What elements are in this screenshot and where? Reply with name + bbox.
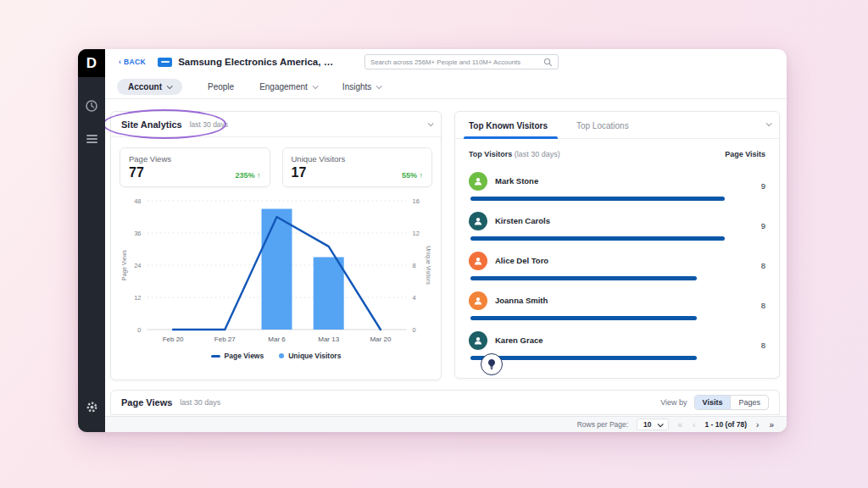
svg-text:Mar 20: Mar 20	[370, 336, 391, 343]
svg-text:0: 0	[413, 326, 416, 334]
person-avatar-icon	[469, 212, 487, 230]
lightbulb-icon	[487, 358, 497, 370]
page-visits-count: 8	[743, 301, 765, 310]
combo-chart: 0012424836124816Page ViewsUnique Visitor…	[114, 196, 437, 347]
svg-text:16: 16	[413, 197, 420, 205]
visitors-tabs: Top Known Visitors Top Locations	[455, 112, 779, 139]
samsung-logo-icon	[158, 58, 172, 67]
page-visits-bar	[470, 197, 725, 201]
page-visits-count: 8	[743, 261, 765, 270]
svg-text:8: 8	[413, 262, 416, 269]
person-avatar-icon	[469, 252, 487, 270]
legend-page-views[interactable]: Page Views	[211, 352, 264, 360]
unique-visitors-change: 55% ↑	[402, 171, 423, 180]
demandbase-logo[interactable]: D	[78, 49, 105, 77]
person-avatar-icon	[469, 172, 487, 191]
svg-text:Unique Visitors: Unique Visitors	[425, 246, 431, 285]
site-analytics-header: Site Analytics last 30 days	[111, 112, 441, 137]
visitor-row: Kirsten Carols 9	[469, 208, 765, 243]
prev-page-icon[interactable]: ‹	[692, 420, 696, 430]
collapse-caret-icon[interactable]	[766, 120, 772, 126]
site-analytics-title: Site Analytics	[121, 119, 182, 130]
page-visits-bar	[470, 356, 697, 360]
collapse-caret-icon[interactable]	[428, 120, 434, 126]
site-analytics-card: Site Analytics last 30 days Page Views 7…	[110, 111, 442, 380]
account-header: ‹ BACK Samsung Electronics America, …	[105, 49, 787, 75]
visitors-list-header: Top Visitors (last 30 days) Page Visits	[455, 139, 779, 162]
combo-chart-wrap: 0012424836124816Page ViewsUnique Visitor…	[111, 192, 441, 360]
pagination-bar: Rows per Page: 10 « ‹ 1 - 10 (of 78) › »	[105, 416, 787, 432]
nav-tab-people[interactable]: People	[208, 82, 234, 92]
content-area: ‹ BACK Samsung Electronics America, … Ac…	[105, 49, 787, 432]
toggle-pages[interactable]: Pages	[730, 396, 768, 409]
page-visits-count: 8	[743, 341, 765, 350]
person-avatar-icon	[469, 331, 487, 350]
page-views-section-range: last 30 days	[180, 398, 220, 407]
visitor-name[interactable]: Karen Grace	[495, 336, 543, 345]
toggle-visits[interactable]: Visits	[695, 396, 731, 409]
visitor-name[interactable]: Kirsten Carols	[495, 216, 550, 225]
view-by-toggle: Visits Pages	[694, 395, 769, 410]
search-input[interactable]	[370, 58, 543, 66]
sidebar: D	[78, 49, 105, 432]
site-analytics-range: last 30 days	[190, 120, 228, 129]
view-by-label: View by	[660, 398, 687, 407]
svg-text:12: 12	[413, 230, 420, 237]
search-icon	[543, 58, 553, 67]
svg-text:4: 4	[413, 294, 416, 302]
menu-icon[interactable]	[86, 133, 97, 145]
page-views-section-header: Page Views last 30 days View by Visits P…	[110, 390, 780, 415]
legend-unique-visitors[interactable]: Unique Visitors	[279, 352, 341, 360]
rows-per-page-select[interactable]: 10	[637, 419, 668, 430]
insights-lightbulb-button[interactable]	[481, 353, 503, 375]
nav-tab-account[interactable]: Account	[117, 79, 182, 95]
svg-text:Mar 13: Mar 13	[318, 336, 339, 343]
nav-tabs: Account People Engagement Insights	[105, 75, 787, 99]
next-page-icon[interactable]: ›	[755, 420, 760, 430]
unique-visitors-value: 17	[292, 166, 307, 180]
visitor-row: Alice Del Toro 8	[469, 248, 765, 283]
visitor-row: Joanna Smith 8	[469, 288, 765, 323]
visitors-card: Top Known Visitors Top Locations Top Vis…	[454, 111, 780, 379]
visitor-name[interactable]: Alice Del Toro	[495, 256, 548, 265]
page-range: 1 - 10 (of 78)	[704, 420, 747, 429]
back-link[interactable]: ‹ BACK	[119, 58, 146, 66]
page-visits-count: 9	[743, 221, 765, 230]
visitor-row: Mark Stone 9	[469, 169, 765, 203]
main-panel: Site Analytics last 30 days Page Views 7…	[105, 99, 787, 432]
kpi-page-views: Page Views 77 235% ↑	[120, 147, 270, 187]
svg-text:Mar 6: Mar 6	[268, 336, 286, 343]
visitor-name[interactable]: Mark Stone	[495, 176, 538, 186]
visitor-name[interactable]: Joanna Smith	[495, 296, 548, 305]
line-marker-icon	[211, 355, 220, 358]
svg-text:12: 12	[134, 294, 141, 302]
history-clock-icon[interactable]	[85, 99, 98, 113]
app-window: D ‹ BACK Samsung Electronics America, … …	[78, 49, 787, 432]
global-search[interactable]	[364, 54, 559, 69]
svg-text:Feb 27: Feb 27	[214, 336, 236, 343]
page-visits-bar	[470, 236, 725, 241]
page-visits-bar	[470, 316, 697, 320]
page-views-section-title: Page Views	[121, 397, 172, 408]
visitors-list: Mark Stone 9 Kirsten Carols 9 Alice Del …	[455, 162, 779, 363]
svg-text:24: 24	[134, 262, 141, 269]
svg-text:0: 0	[137, 326, 141, 334]
dot-marker-icon	[279, 353, 284, 358]
svg-text:Feb 20: Feb 20	[163, 336, 184, 343]
visitor-row: Karen Grace 8	[469, 328, 765, 363]
page-visits-bar	[470, 276, 697, 280]
settings-gear-icon[interactable]	[86, 401, 98, 413]
last-page-icon[interactable]: »	[768, 420, 775, 430]
tab-top-known-visitors[interactable]: Top Known Visitors	[469, 121, 548, 138]
svg-text:36: 36	[134, 230, 141, 237]
nav-tab-engagement[interactable]: Engagement	[259, 82, 317, 92]
nav-tab-insights[interactable]: Insights	[342, 82, 381, 92]
page-visits-count: 9	[743, 181, 765, 191]
first-page-icon[interactable]: «	[677, 420, 684, 430]
page-views-value: 77	[129, 166, 144, 180]
tab-top-locations[interactable]: Top Locations	[576, 121, 629, 138]
kpi-row: Page Views 77 235% ↑ Unique Visitors 17 …	[111, 137, 441, 192]
page-views-change: 235% ↑	[235, 171, 260, 180]
kpi-unique-visitors: Unique Visitors 17 55% ↑	[282, 147, 433, 187]
chart-legend: Page Views Unique Visitors	[114, 352, 437, 360]
